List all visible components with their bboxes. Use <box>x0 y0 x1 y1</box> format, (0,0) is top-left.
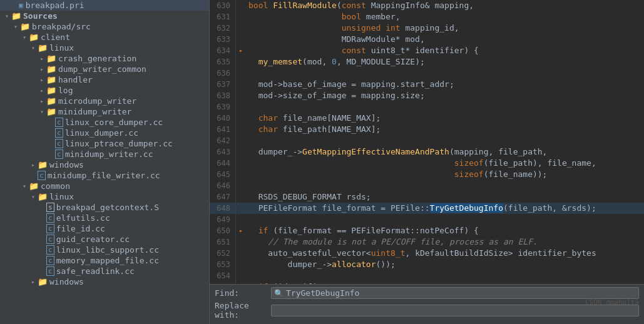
line-arrow <box>236 124 246 135</box>
line-number: 650 <box>210 225 236 236</box>
tree-item-linux-ptrace-dumper[interactable]: c linux_ptrace_dumper.cc <box>0 138 209 149</box>
tree-item-label: linux_ptrace_dumper.cc <box>65 139 173 148</box>
line-number: 654 <box>210 270 236 281</box>
tree-item-guid-creator[interactable]: c guid_creator.cc <box>0 234 209 245</box>
tree-item-label: client <box>41 33 70 42</box>
find-replace-bar: Find: 🔍 Replace with: CSDN @mahulta <box>210 284 644 324</box>
tree-item-minidump-writer-cc[interactable]: c minidump_writer.cc <box>0 149 209 159</box>
tree-item-file-id[interactable]: c file_id.cc <box>0 223 209 234</box>
tree-item-client[interactable]: ▾ 📁 client <box>0 32 209 43</box>
tree-item-windows2[interactable]: ▸ 📁 windows <box>0 276 209 287</box>
line-arrow <box>236 23 246 34</box>
code-line-646: 646 <box>210 180 644 191</box>
code-line-653: 653 dumper_->allocator()); <box>210 259 644 270</box>
tree-item-log[interactable]: ▸ 📁 log <box>0 85 209 96</box>
line-content: RSDS_DEBUG_FORMAT rsds; <box>246 191 644 203</box>
line-number: 642 <box>210 135 236 146</box>
file-tree[interactable]: ▣ breakpad.pri ▾ 📁 Sources ▾ 📁 breakpad/… <box>0 0 210 324</box>
line-number: 644 <box>210 158 236 169</box>
line-content: if (file_format == PEFileFormat::notPeCo… <box>246 225 644 236</box>
collapse-icon: ▾ <box>3 13 11 19</box>
collapse-icon: ▾ <box>20 34 29 41</box>
line-arrow <box>236 113 246 124</box>
line-content: auto_wasteful_vector<uint8_t, kDefaultBu… <box>246 248 644 259</box>
tree-item-linux-libc-support[interactable]: c linux_libc_support.cc <box>0 245 209 255</box>
line-content: // The module is not a PE/COFF file, pro… <box>246 236 644 248</box>
folder-icon: 📁 <box>46 96 56 106</box>
line-arrow <box>236 236 246 248</box>
folder-icon: 📁 <box>20 22 30 31</box>
line-content: MDRawModule* mod, <box>246 34 644 45</box>
replace-input-wrap[interactable] <box>271 305 639 316</box>
tree-item-label: crash_generation <box>58 54 136 63</box>
file-icon: ▣ <box>19 1 23 9</box>
no-arrow <box>38 246 46 253</box>
code-line-638: 638 mod->size_of_image = mapping.size; <box>210 90 644 101</box>
code-line-648: 648 PEFileFormat file_format = PEFile::T… <box>210 203 644 214</box>
tree-item-common[interactable]: ▾ 📁 common <box>0 181 209 191</box>
tree-item-breakpad-getcontext[interactable]: s breakpad_getcontext.S <box>0 202 209 213</box>
tree-item-elfutils[interactable]: c elfutils.cc <box>0 213 209 223</box>
tree-item-linux-core-dumper[interactable]: c linux_core_dumper.cc <box>0 117 209 128</box>
tree-item-microdump-writer[interactable]: ▸ 📁 microdump_writer <box>0 96 209 106</box>
tree-item-minidump-file-writer[interactable]: c minidump_file_writer.cc <box>0 170 209 181</box>
find-input[interactable] <box>286 288 636 298</box>
tree-item-label: file_id.cc <box>56 224 105 233</box>
no-arrow <box>29 172 38 179</box>
no-arrow <box>38 204 46 211</box>
line-number: 645 <box>210 169 236 180</box>
line-number: 634 <box>210 45 236 56</box>
folder-icon: 📁 <box>29 181 39 191</box>
tree-item-label: breakpad/src <box>32 22 91 31</box>
code-editor: 630 bool FillRawModule(const MappingInfo… <box>210 0 644 324</box>
tree-item-linux-dumper[interactable]: c linux_dumper.cc <box>0 128 209 138</box>
tree-item-sources[interactable]: ▾ 📁 Sources <box>0 11 209 21</box>
line-arrow <box>236 180 246 191</box>
tree-item-label: common <box>41 181 70 191</box>
code-view[interactable]: 630 bool FillRawModule(const MappingInfo… <box>210 0 644 284</box>
line-arrow <box>236 11 246 23</box>
find-input-wrap[interactable]: 🔍 <box>271 287 639 299</box>
tree-item-memory-mapped-file[interactable]: c memory_mapped_file.cc <box>0 255 209 266</box>
folder-icon: 📁 <box>38 160 48 170</box>
tree-item-dump-writer-common[interactable]: ▸ 📁 dump_writer_common <box>0 64 209 74</box>
code-line-651: 651 // The module is not a PE/COFF file,… <box>210 236 644 248</box>
line-arrow <box>236 34 246 45</box>
expand-icon: ▸ <box>38 66 46 73</box>
tree-item-crash-generation[interactable]: ▸ 📁 crash_generation <box>0 53 209 64</box>
tree-item-safe-readlink[interactable]: c safe_readlink.cc <box>0 266 209 276</box>
code-line-631: 631 bool member, <box>210 11 644 23</box>
line-arrow: ▸ <box>236 45 246 56</box>
line-number: 648 <box>210 203 236 214</box>
tree-item-label: elfutils.cc <box>56 213 110 223</box>
line-arrow <box>236 135 246 146</box>
line-arrow <box>236 146 246 158</box>
line-arrow <box>236 158 246 169</box>
folder-icon: 📁 <box>38 277 48 286</box>
tree-item-label: microdump_writer <box>58 96 136 106</box>
line-number: 637 <box>210 79 236 90</box>
tree-item-breakpad-pri[interactable]: ▣ breakpad.pri <box>0 0 209 11</box>
expand-icon: ▸ <box>29 161 38 168</box>
tree-item-breakpad-src[interactable]: ▾ 📁 breakpad/src <box>0 21 209 32</box>
replace-input[interactable] <box>274 306 636 315</box>
code-line-649: 649 <box>210 214 644 225</box>
code-line-635: 635 my_memset(mod, 0, MD_MODULE_SIZE); <box>210 56 644 68</box>
tree-item-linux2[interactable]: ▾ 📁 linux <box>0 191 209 202</box>
expand-icon: ▸ <box>38 87 46 94</box>
line-arrow <box>236 169 246 180</box>
file-s-icon: s <box>46 203 54 212</box>
tree-item-label: breakpad.pri <box>26 1 84 10</box>
tree-item-minidump-writer-folder[interactable]: ▾ 📁 minidump_writer <box>0 106 209 117</box>
line-number: 641 <box>210 124 236 135</box>
line-arrow <box>236 259 246 270</box>
tree-item-windows[interactable]: ▸ 📁 windows <box>0 159 209 170</box>
line-arrow <box>236 68 246 79</box>
search-icon: 🔍 <box>274 289 284 298</box>
tree-item-linux[interactable]: ▾ 📁 linux <box>0 43 209 53</box>
line-number: 638 <box>210 90 236 101</box>
line-number: 649 <box>210 214 236 225</box>
tree-item-handler[interactable]: ▸ 📁 handler <box>0 74 209 85</box>
code-line-634: 634 ▸ const uint8_t* identifier) { <box>210 45 644 56</box>
expand-icon: ▸ <box>29 278 38 285</box>
